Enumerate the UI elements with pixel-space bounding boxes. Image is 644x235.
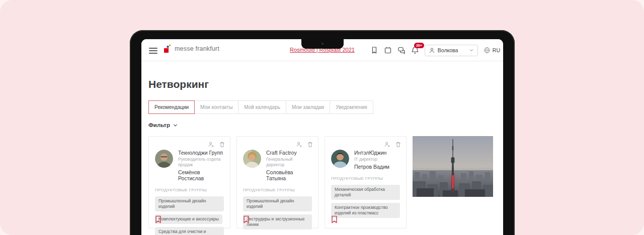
contact-card[interactable]: Craft Factroy Генеральный директор Солов… — [236, 136, 318, 228]
page-title: Нетворкинг — [148, 78, 209, 90]
tag: Комплектующие и аксессуары — [155, 214, 222, 224]
globe-icon — [484, 47, 491, 54]
bookmark-card-icon[interactable] — [155, 215, 162, 223]
language-switcher[interactable]: RU — [484, 47, 500, 54]
contact-info: ИнтэлЮджин IT директор Петров Вадим — [354, 150, 389, 170]
delete-icon[interactable] — [219, 141, 225, 148]
header-actions: 20+ Волкова — [370, 39, 500, 61]
bookmark-card-icon[interactable] — [331, 215, 338, 223]
tag: Экструдеры и экструзионные линии — [243, 214, 312, 229]
delete-icon[interactable] — [307, 141, 313, 148]
job-title: IT директор — [354, 157, 389, 162]
job-title: Руководитель отдела продаж — [178, 157, 224, 168]
bookmark-icon[interactable] — [370, 46, 378, 54]
avatar — [243, 150, 261, 168]
company-name: ИнтэлЮджин — [354, 150, 389, 156]
contact-info: Craft Factroy Генеральный директор Солов… — [266, 150, 312, 181]
product-group-tags: Промышленный дизайн изделий Комплектующи… — [155, 196, 224, 235]
laptop-screen: messe frankfurt Rosmould | Rosplast 2021 — [141, 39, 503, 235]
webcam-dot — [321, 43, 324, 45]
card-header: Craft Factroy Генеральный директор Солов… — [243, 150, 312, 181]
add-contact-icon[interactable] — [208, 141, 214, 148]
user-name: Волкова — [438, 47, 466, 53]
product-groups-label: ПРОДУКТОВЫЕ ГРУППЫ — [331, 176, 400, 181]
chevron-down-icon — [173, 123, 178, 128]
tab-notifications[interactable]: Уведомления — [330, 100, 373, 114]
card-actions — [384, 141, 401, 148]
tab-my-bookmarks[interactable]: Мои закладки — [286, 100, 330, 114]
tag: Промышленный дизайн изделий — [243, 196, 312, 211]
notifications[interactable]: 20+ — [411, 46, 419, 54]
camera-notch — [301, 39, 344, 49]
person-name: Соловьёва Татьяна — [266, 169, 312, 181]
filter-label: Фильтр — [148, 122, 170, 128]
user-icon — [429, 47, 435, 54]
menu-icon[interactable] — [149, 48, 157, 55]
recommendation-cards: Текнолоджи Групп Руководитель отдела про… — [148, 136, 493, 228]
avatar — [155, 150, 173, 168]
contact-card[interactable]: Текнолоджи Групп Руководитель отдела про… — [148, 136, 230, 228]
tab-my-contacts[interactable]: Мои контакты — [194, 100, 238, 114]
card-header: ИнтэлЮджин IT директор Петров Вадим — [331, 150, 400, 170]
user-dropdown[interactable]: Волкова — [425, 45, 478, 56]
chat-icon[interactable] — [397, 46, 406, 54]
main-content: Нетворкинг Рекомендации Мои контакты Мой… — [141, 61, 503, 235]
pink-backdrop: messe frankfurt Rosmould | Rosplast 2021 — [0, 0, 644, 235]
chevron-down-icon — [469, 48, 474, 53]
delete-icon[interactable] — [395, 141, 401, 148]
person-name: Петров Вадим — [354, 164, 389, 170]
bookmark-card-icon[interactable] — [243, 215, 250, 223]
add-contact-icon[interactable] — [296, 141, 302, 148]
calendar-icon[interactable] — [384, 46, 392, 54]
tag: Промышленный дизайн изделий — [155, 196, 224, 211]
tag: Механическая обработка деталей — [331, 185, 400, 200]
product-group-tags: Механическая обработка деталей Контрактн… — [331, 185, 400, 218]
avatar — [331, 150, 349, 168]
job-title: Генеральный директор — [266, 157, 312, 168]
language-code: RU — [493, 47, 500, 53]
ostankino-tower-photo — [413, 136, 493, 197]
filter-toggle[interactable]: Фильтр — [148, 122, 178, 128]
add-contact-icon[interactable] — [384, 141, 390, 148]
card-header: Текнолоджи Групп Руководитель отдела про… — [155, 150, 224, 181]
company-name: Craft Factroy — [266, 150, 312, 156]
product-groups-label: ПРОДУКТОВЫЕ ГРУППЫ — [155, 188, 224, 192]
contact-card[interactable]: ИнтэлЮджин IT директор Петров Вадим ПРОД… — [325, 136, 407, 228]
tab-recommendations[interactable]: Рекомендации — [148, 100, 195, 114]
person-name: Семёнов Ростислав — [178, 169, 224, 181]
tab-bar: Рекомендации Мои контакты Мой календарь … — [148, 100, 373, 114]
messe-frankfurt-logo-icon — [164, 44, 172, 53]
notification-badge: 20+ — [414, 43, 424, 48]
card-actions — [208, 141, 225, 148]
brand-logo: messe frankfurt — [164, 44, 219, 53]
laptop-frame: messe frankfurt Rosmould | Rosplast 2021 — [130, 30, 515, 235]
brand-name: messe frankfurt — [175, 45, 219, 53]
tag: Контрактное производство изделий из плас… — [331, 203, 400, 218]
contact-info: Текнолоджи Групп Руководитель отдела про… — [178, 150, 224, 181]
product-groups-label: ПРОДУКТОВЫЕ ГРУППЫ — [243, 188, 312, 192]
company-name: Текнолоджи Групп — [178, 150, 224, 156]
product-group-tags: Промышленный дизайн изделий Экструдеры и… — [243, 196, 312, 229]
card-actions — [296, 141, 313, 148]
tag: Средства для очистки и смазки — [155, 227, 224, 235]
tab-my-calendar[interactable]: Мой календарь — [238, 100, 286, 114]
